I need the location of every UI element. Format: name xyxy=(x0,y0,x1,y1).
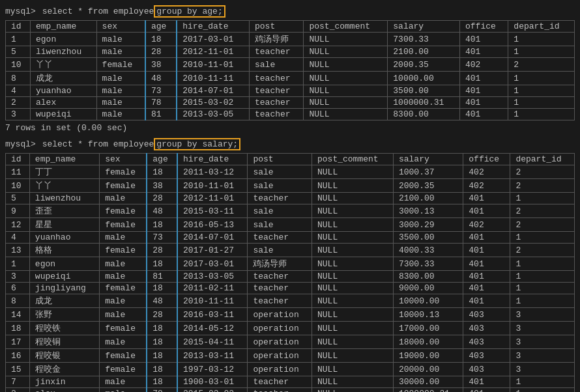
prompt-line-2: mysql> select * from employee group by s… xyxy=(5,138,575,150)
col-id: id xyxy=(6,21,31,33)
table-row: 3wupeiqimale812013-03-05teacherNULL8300.… xyxy=(6,109,575,120)
table-row: 9歪歪female482015-03-11saleNULL3000.134012 xyxy=(6,204,575,218)
table-row: 15程咬金female181997-03-12operationNULL2000… xyxy=(6,363,575,376)
table-row: 8成龙male482010-11-11teacherNULL10000.0040… xyxy=(6,294,575,308)
table-row: 2alexmale782015-03-02teacherNULL1000000.… xyxy=(6,97,575,109)
table-row: 7jinxinmale181900-03-01teacherNULL30000.… xyxy=(6,376,575,388)
col-age: age xyxy=(145,21,177,33)
table-row: 14张野male282016-03-11operationNULL10000.1… xyxy=(6,308,575,322)
table-row: 12星星female182016-05-13saleNULL3000.29402… xyxy=(6,218,575,232)
col-sex: sex xyxy=(96,21,145,33)
table-row: 18程咬铁female182014-05-12operationNULL1700… xyxy=(6,322,575,335)
table-row: 6jingliyangfemale182011-02-11teacherNULL… xyxy=(6,283,575,294)
query2-highlight: group by salary; xyxy=(154,138,240,150)
terminal: mysql> select * from employee group by a… xyxy=(5,5,575,392)
table-row: 1egonmale182017-03-01鸡汤导师NULL7300.334011 xyxy=(6,257,575,271)
cmd-pre-1: select * from employee xyxy=(37,7,154,16)
table-row: 4yuanhaomale732014-07-01teacherNULL3500.… xyxy=(6,85,575,97)
table-row: 11丁丁female182011-03-12saleNULL1000.37402… xyxy=(6,165,575,179)
table-row: 2alexmale782015-03-02teacherNULL1000000.… xyxy=(6,388,575,393)
prompt-2: mysql> xyxy=(5,139,36,149)
col-post-comment: post_comment xyxy=(304,21,388,33)
section-group-by-salary: mysql> select * from employee group by s… xyxy=(5,138,575,392)
table1-header-row: id emp_name sex age hire_date post post_… xyxy=(6,21,575,33)
query1-highlight: group by age; xyxy=(154,5,225,18)
table-row: 17程咬铜male182015-04-11operationNULL18000.… xyxy=(6,335,575,349)
col2-office: office xyxy=(463,154,510,165)
col-salary: salary xyxy=(388,21,460,33)
table-row: 10丫丫female382010-11-01saleNULL2000.35402… xyxy=(6,179,575,193)
prompt-line-1: mysql> select * from employee group by a… xyxy=(5,5,575,18)
table-row: 4yuanhaomale732014-07-01teacherNULL3500.… xyxy=(6,232,575,244)
col2-depart-id: depart_id xyxy=(510,154,575,165)
table-row: 13格格female282017-01-27saleNULL4000.33401… xyxy=(6,244,575,257)
table-row: 10丫丫female382010-11-01saleNULL2000.35402… xyxy=(6,58,575,72)
table-row: 5liwenzhoumale282012-11-01teacherNULL210… xyxy=(6,193,575,204)
table2: id emp_name sex age hire_date post post_… xyxy=(5,153,575,392)
table-row: 3wupeiqimale812013-03-05teacherNULL8300.… xyxy=(6,271,575,283)
col2-id: id xyxy=(6,154,30,165)
prompt-1: mysql> xyxy=(5,7,36,16)
col2-post-comment: post_comment xyxy=(312,154,394,165)
col2-salary: salary xyxy=(393,154,463,165)
table1: id emp_name sex age hire_date post post_… xyxy=(5,20,575,120)
section-group-by-age: mysql> select * from employee group by a… xyxy=(5,5,575,133)
table-row: 8成龙male482010-11-11teacherNULL10000.0040… xyxy=(6,72,575,85)
cmd-pre-2: select * from employee xyxy=(37,139,154,149)
status-line-1: 7 rows in set (0.00 sec) xyxy=(5,123,575,133)
col-depart-id: depart_id xyxy=(508,21,575,33)
table-row: 1egonmale182017-03-01鸡汤导师NULL7300.334011 xyxy=(6,33,575,46)
col-emp-name: emp_name xyxy=(30,21,96,33)
col2-hire-date: hire_date xyxy=(177,154,248,165)
table-row: 5liwenzhoumale282012-11-01teacherNULL210… xyxy=(6,46,575,58)
col2-sex: sex xyxy=(100,154,147,165)
col-post: post xyxy=(250,21,304,33)
table2-header-row: id emp_name sex age hire_date post post_… xyxy=(6,154,575,165)
col-hire-date: hire_date xyxy=(177,21,249,33)
table-row: 16程咬银female182013-03-11operationNULL1900… xyxy=(6,349,575,363)
col-office: office xyxy=(460,21,508,33)
col2-age: age xyxy=(147,154,177,165)
col2-emp-name: emp_name xyxy=(29,154,99,165)
col2-post: post xyxy=(248,154,312,165)
